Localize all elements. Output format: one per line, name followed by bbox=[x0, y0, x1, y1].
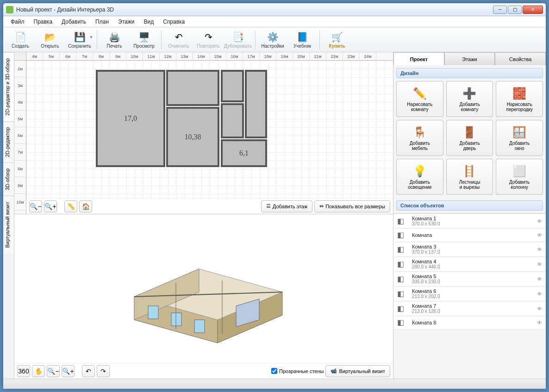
zoom-in-button[interactable]: 🔍+ bbox=[44, 200, 57, 212]
add-floor-button[interactable]: ☰Добавить этаж bbox=[261, 200, 312, 212]
app-icon bbox=[6, 6, 13, 13]
print-icon: 🖨️ bbox=[108, 31, 120, 43]
show-dims-button[interactable]: ⇔Показывать все размеры bbox=[314, 200, 390, 212]
design-btn-5[interactable]: 🪟Добавитьокно bbox=[496, 120, 543, 156]
open-button[interactable]: 📂Открыть bbox=[36, 29, 64, 51]
new-icon: 📄 bbox=[14, 31, 26, 43]
canvas-2d[interactable]: 17,010,386,1 bbox=[26, 61, 393, 198]
vtab-3[interactable]: Виртуальный визит bbox=[3, 196, 14, 254]
pan-button[interactable]: ✋ bbox=[32, 365, 45, 377]
zoom-out-button[interactable]: 🔍− bbox=[29, 200, 42, 212]
room-0[interactable]: 17,0 bbox=[96, 70, 165, 167]
cube-icon: ◧ bbox=[397, 217, 408, 226]
design-btn-4[interactable]: 🚪Добавитьдверь bbox=[446, 120, 493, 156]
close-button[interactable]: ✕ bbox=[523, 6, 543, 14]
open-icon: 📂 bbox=[44, 31, 56, 43]
menu-Правка[interactable]: Правка bbox=[30, 18, 56, 26]
save-icon: 💾 bbox=[74, 31, 86, 43]
ruler-horizontal: 4м5м6м7м8м9м10м11м12м13м14м15м16м17м18м1… bbox=[26, 52, 393, 61]
rotate-left-button[interactable]: ↶ bbox=[82, 365, 95, 377]
settings-button[interactable]: ⚙️Настройки bbox=[258, 29, 287, 51]
cube-icon: ◧ bbox=[397, 230, 408, 240]
eye-icon[interactable]: 👁 bbox=[537, 291, 542, 297]
menu-Добавить[interactable]: Добавить bbox=[58, 18, 90, 26]
eye-icon[interactable]: 👁 bbox=[537, 320, 542, 325]
sidetab-Этажи[interactable]: Этажи bbox=[444, 52, 495, 65]
rotate-right-button[interactable]: ↷ bbox=[97, 365, 110, 377]
object-item-5[interactable]: ◧Комната 6213.0 x 202.0👁 bbox=[393, 286, 546, 301]
room-1[interactable]: 10,38 bbox=[166, 107, 219, 167]
object-item-1[interactable]: ◧Комната👁 bbox=[393, 229, 546, 242]
design-btn-3[interactable]: 🪑Добавитьмебель bbox=[396, 120, 443, 156]
object-item-4[interactable]: ◧Комната 5335.0 x 230.0👁 bbox=[393, 272, 546, 286]
menu-Этажи[interactable]: Этажи bbox=[114, 18, 138, 26]
object-item-2[interactable]: ◧Комната 3370.0 x 137.0👁 bbox=[393, 242, 546, 257]
new-button[interactable]: 📄Создать bbox=[6, 29, 35, 51]
minimize-button[interactable]: ─ bbox=[493, 6, 507, 14]
cube-icon: ◧ bbox=[397, 274, 408, 284]
object-item-0[interactable]: ◧Комната 1370.0 x 530.0👁 bbox=[393, 214, 546, 229]
eye-icon[interactable]: 👁 bbox=[537, 276, 542, 282]
transparent-walls-checkbox[interactable]: Прозрачные стены bbox=[271, 368, 324, 374]
design-btn-1[interactable]: ➕Добавитькомнату bbox=[446, 81, 493, 117]
room-2[interactable]: 6,1 bbox=[221, 139, 267, 167]
zoom-in-3d-button[interactable]: 🔍+ bbox=[62, 365, 75, 377]
room-6[interactable] bbox=[245, 70, 267, 138]
vtab-0[interactable]: 2D-редактор и 3D-обзор bbox=[3, 52, 14, 121]
eye-icon[interactable]: 👁 bbox=[537, 261, 542, 267]
layers-icon: ☰ bbox=[266, 203, 271, 209]
menu-Вид[interactable]: Вид bbox=[140, 18, 157, 26]
eye-icon[interactable]: 👁 bbox=[537, 218, 542, 224]
view-2d: 4м5м6м7м8м9м10м11м12м13м14м15м16м17м18м1… bbox=[14, 52, 393, 214]
room-3[interactable] bbox=[166, 70, 219, 106]
eye-icon[interactable]: 👁 bbox=[537, 232, 542, 238]
sidetab-Проект[interactable]: Проект bbox=[393, 52, 444, 65]
design-btn-2[interactable]: 🧱Нарисоватьперегородку bbox=[496, 81, 543, 117]
menu-План[interactable]: План bbox=[92, 18, 112, 26]
menu-Справка[interactable]: Справка bbox=[159, 18, 188, 26]
object-item-3[interactable]: ◧Комната 4280.0 x 446.0👁 bbox=[393, 257, 546, 272]
floorplan[interactable]: 17,010,386,1 bbox=[96, 70, 272, 176]
dup-button[interactable]: 📑Дублировать bbox=[224, 29, 252, 51]
ruler-vertical: 2м3м4м5м6м7м8м9м10м bbox=[14, 61, 26, 214]
ruler-button[interactable]: 📏 bbox=[64, 200, 77, 212]
undo-button[interactable]: ↶Отменить bbox=[164, 29, 193, 51]
print-button[interactable]: 🖨️Печать bbox=[100, 29, 129, 51]
design-btn-0[interactable]: ✏️Нарисоватькомнату bbox=[396, 81, 443, 117]
redo-button[interactable]: ↷Повторить bbox=[194, 29, 223, 51]
sidebar: ПроектЭтажиСвойства Дизайн ✏️Нарисоватьк… bbox=[393, 52, 546, 379]
maximize-button[interactable]: ▢ bbox=[508, 6, 522, 14]
home-button[interactable]: 🏠 bbox=[79, 200, 92, 212]
room-4[interactable] bbox=[221, 70, 244, 102]
zoom-out-3d-button[interactable]: 🔍− bbox=[47, 365, 60, 377]
design-btn-7[interactable]: 🪜Лестницыи вырезы bbox=[446, 159, 493, 195]
titlebar: Новый проект - Дизайн Интерьера 3D ─ ▢ ✕ bbox=[3, 3, 546, 16]
tutorial-icon: 📘 bbox=[296, 31, 308, 43]
controls-3d: 360 ✋ 🔍− 🔍+ ↶ ↷ Прозрачные стены 📹Виртуа… bbox=[14, 363, 393, 379]
model-3d[interactable] bbox=[106, 236, 301, 357]
camera-icon: 📹 bbox=[331, 368, 337, 374]
preview-button[interactable]: 🖥️Просмотр bbox=[130, 29, 158, 51]
sidetab-Свойства[interactable]: Свойства bbox=[495, 52, 546, 65]
rotate-360-button[interactable]: 360 bbox=[17, 365, 30, 377]
menu-Файл[interactable]: Файл bbox=[7, 18, 28, 26]
buy-button[interactable]: 🛒Купить bbox=[323, 29, 351, 51]
objects-header: Список объектов bbox=[396, 200, 543, 211]
vtab-2[interactable]: 3D-обзор bbox=[3, 162, 14, 196]
tutorial-button[interactable]: 📘Учебник bbox=[288, 29, 317, 51]
design-btn-6[interactable]: 💡Добавитьосвещение bbox=[396, 159, 443, 195]
view-3d[interactable]: 360 ✋ 🔍− 🔍+ ↶ ↷ Прозрачные стены 📹Виртуа… bbox=[14, 214, 393, 379]
cube-icon: ◧ bbox=[397, 318, 408, 327]
design-btn-8[interactable]: ⬜Добавитьколонну bbox=[496, 159, 543, 195]
design-panel: Дизайн ✏️Нарисоватькомнату➕Добавитькомна… bbox=[393, 65, 546, 198]
settings-icon: ⚙️ bbox=[267, 31, 279, 43]
object-item-7[interactable]: ◧Комната 8👁 bbox=[393, 316, 546, 330]
cube-icon: ◧ bbox=[397, 289, 408, 299]
virtual-visit-button[interactable]: 📹Виртуальный визит bbox=[325, 365, 390, 377]
eye-icon[interactable]: 👁 bbox=[537, 306, 542, 311]
object-item-6[interactable]: ◧Комната 7213.0 x 126.0👁 bbox=[393, 301, 546, 316]
room-5[interactable] bbox=[221, 103, 244, 138]
save-button[interactable]: 💾Сохранить▼ bbox=[65, 29, 94, 51]
eye-icon[interactable]: 👁 bbox=[537, 247, 542, 252]
vtab-1[interactable]: 2D-редактор bbox=[3, 121, 14, 162]
